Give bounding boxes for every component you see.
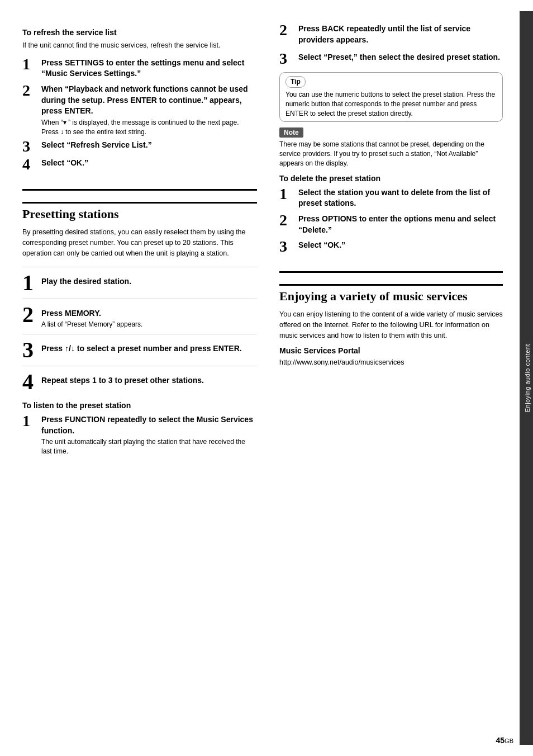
step-number: 3 [22,339,36,361]
section-divider [22,189,257,191]
step-number: 2 [22,83,36,98]
step-sub: The unit automatically start playing the… [41,437,257,456]
listen-section: To listen to the preset station 1 Press … [22,401,257,456]
enjoying-intro: You can enjoy listening to the content o… [279,309,503,341]
step-content: When “Playback and network functions can… [41,83,257,136]
step-content: Press ↑/↓ to select a preset number and … [41,339,257,356]
step-number: 2 [279,22,293,38]
step-number: 2 [22,304,36,326]
refresh-step-4: 4 Select “OK.” [22,157,257,172]
step-number: 4 [22,157,36,172]
step-sub: When “▾ ” is displayed, the message is c… [41,118,257,137]
page-num: 45 [496,736,505,745]
step-content: Play the desired station. [41,272,257,289]
preset-step-1: 1 Play the desired station. [22,272,257,294]
left-column: To refresh the service list If the unit … [22,22,268,734]
step-main: Repeat steps 1 to 3 to preset other stat… [41,375,257,386]
step-main: Select “OK.” [41,158,257,169]
enjoying-title: Enjoying a variety of music services [279,284,503,304]
enjoying-section: Enjoying a variety of music services You… [279,271,503,366]
listen-step-1: 1 Press FUNCTION repeatedly to select th… [22,413,257,456]
step-content: Press FUNCTION repeatedly to select the … [41,413,257,456]
step-divider [22,299,257,299]
note-label: Note [279,127,303,138]
delete-step-3: 3 Select “OK.” [279,239,503,254]
step-main: Press OPTIONS to enter the options menu … [298,214,503,235]
step-main: Press ↑/↓ to select a preset number and … [41,343,257,355]
step-main: When “Playback and network functions can… [41,84,257,117]
tip-box: Tip You can use the numeric buttons to s… [279,72,503,122]
step-number: 1 [22,272,36,294]
preset-step-3: 3 Press ↑/↓ to select a preset number an… [22,339,257,361]
step-main: Press SETTINGS to enter the settings men… [41,58,257,79]
delete-step-1: 1 Select the station you want to delete … [279,186,503,210]
listen-title: To listen to the preset station [22,401,257,410]
step-content: Press SETTINGS to enter the settings men… [41,56,257,81]
step-number: 2 [279,212,293,228]
portal-title: Music Services Portal [279,346,503,355]
step-number: 4 [22,371,36,393]
step-main: Select the station you want to delete fr… [298,187,503,209]
step-content: Press OPTIONS to enter the options menu … [298,212,503,237]
delete-section: To delete the preset station 1 Select th… [279,174,503,254]
step-main: Select “OK.” [298,240,503,251]
step-main: Press MEMORY. [41,308,257,319]
preset-step-4: 4 Repeat steps 1 to 3 to preset other st… [22,371,257,393]
step-main: Press FUNCTION repeatedly to select the … [41,414,257,436]
step-main: Play the desired station. [41,276,257,287]
presetting-section: Presetting stations By presetting desire… [22,189,257,456]
step-content: Press MEMORY. A list of “Preset Memory” … [41,304,257,329]
step-sub: A list of “Preset Memory” appears. [41,320,257,329]
step-divider [22,366,257,366]
preset-step-2: 2 Press MEMORY. A list of “Preset Memory… [22,304,257,329]
refresh-step-1: 1 Press SETTINGS to enter the settings m… [22,56,257,81]
side-tab: Enjoying audio content [520,11,533,745]
presetting-title: Presetting stations [22,202,257,221]
presetting-intro: By presetting desired stations, you can … [22,227,257,258]
step-divider [22,267,257,267]
step-main: Press BACK repeatedly until the list of … [298,23,503,45]
refresh-step-2: 2 When “Playback and network functions c… [22,83,257,136]
step-number: 3 [22,139,36,154]
step-number: 1 [22,413,36,429]
step-divider [22,334,257,334]
right-col-top: 2 Press BACK repeatedly until the list o… [279,22,503,254]
step-number: 1 [279,186,293,202]
step-main: Select “Refresh Service List.” [41,140,257,151]
delete-step-2: 2 Press OPTIONS to enter the options men… [279,212,503,237]
step-content: Select “OK.” [298,239,503,252]
step-content: Select “OK.” [41,157,257,170]
step-content: Repeat steps 1 to 3 to preset other stat… [41,371,257,388]
step-content: Select the station you want to delete fr… [298,186,503,210]
delete-title: To delete the preset station [279,174,503,183]
step-content: Select “Preset,” then select the desired… [298,51,503,64]
side-tab-text: Enjoying audio content [524,344,531,412]
note-text: There may be some stations that cannot b… [279,140,503,168]
step-main: Select “Preset,” then select the desired… [298,52,503,63]
step-content: Select “Refresh Service List.” [41,139,257,152]
page-suffix: GB [505,738,513,744]
tip-label: Tip [285,76,306,88]
right-preset-step-3: 3 Select “Preset,” then select the desir… [279,51,503,67]
refresh-title: To refresh the service list [22,28,257,37]
step-content: Press BACK repeatedly until the list of … [298,22,503,46]
refresh-section: To refresh the service list If the unit … [22,28,257,172]
step-number: 3 [279,239,293,254]
right-column: 2 Press BACK repeatedly until the list o… [268,22,503,734]
step-number: 1 [22,56,36,72]
refresh-intro: If the unit cannot find the music servic… [22,40,257,51]
note-section: Note There may be some stations that can… [279,127,503,168]
refresh-step-3: 3 Select “Refresh Service List.” [22,139,257,154]
portal-url: http://www.sony.net/audio/musicservices [279,358,503,366]
page-number: 45GB [496,736,513,745]
tip-text: You can use the numeric buttons to selec… [285,90,497,118]
section-divider [279,271,503,273]
step-number: 3 [279,51,293,67]
right-preset-step-2: 2 Press BACK repeatedly until the list o… [279,22,503,46]
